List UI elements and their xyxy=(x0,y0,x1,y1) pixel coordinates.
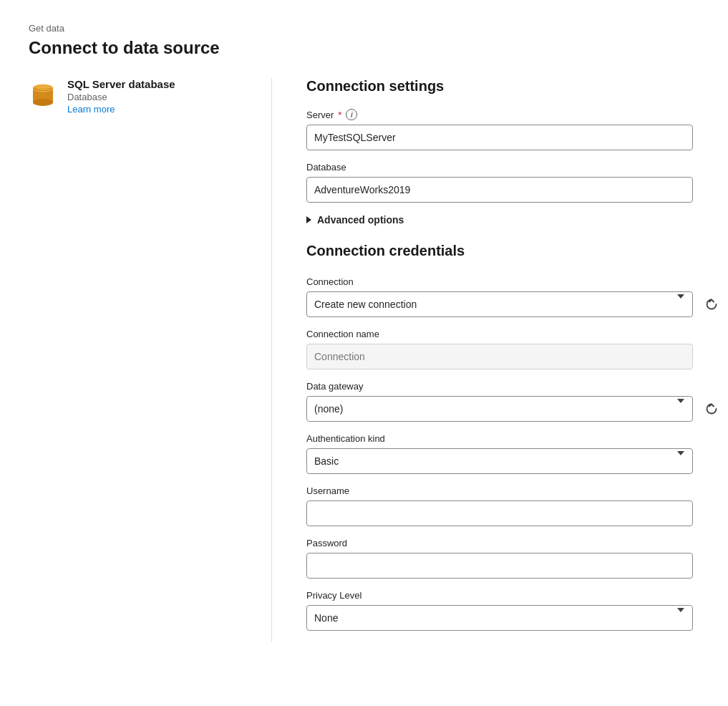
database-input[interactable] xyxy=(306,177,693,203)
data-gateway-select[interactable]: (none) xyxy=(306,396,693,422)
advanced-options-label: Advanced options xyxy=(317,214,404,226)
svg-point-4 xyxy=(36,86,50,90)
server-label: Server xyxy=(306,110,334,120)
privacy-level-group: Privacy Level None Private Organizationa… xyxy=(306,590,723,631)
data-gateway-label: Data gateway xyxy=(306,381,364,392)
server-required-star: * xyxy=(338,110,341,120)
connection-select-row: Create new connection xyxy=(306,291,723,317)
username-group: Username xyxy=(306,485,723,526)
data-gateway-label-group: Data gateway xyxy=(306,381,723,392)
privacy-level-select-wrapper: None Private Organizational Public xyxy=(306,605,693,631)
auth-kind-select-wrapper: Basic Windows OAuth2 xyxy=(306,448,693,474)
connection-select[interactable]: Create new connection xyxy=(306,291,693,317)
chevron-right-icon xyxy=(306,216,311,223)
connection-refresh-button[interactable] xyxy=(700,293,723,316)
content-area: SQL Server database Database Learn more … xyxy=(29,78,699,642)
right-panel: Connection settings Server * i Database xyxy=(272,78,723,642)
database-group: Database xyxy=(306,162,723,203)
privacy-level-label-group: Privacy Level xyxy=(306,590,723,601)
breadcrumb: Get data xyxy=(29,23,699,34)
password-label: Password xyxy=(306,538,347,548)
password-group: Password xyxy=(306,538,723,579)
privacy-level-label: Privacy Level xyxy=(306,590,361,601)
server-info-icon[interactable]: i xyxy=(346,109,357,120)
privacy-level-select[interactable]: None Private Organizational Public xyxy=(306,605,693,631)
connection-label-group: Connection xyxy=(306,276,723,287)
connection-name-label-group: Connection name xyxy=(306,329,723,339)
auth-kind-group: Authentication kind Basic Windows OAuth2 xyxy=(306,433,723,474)
connection-name-group: Connection name xyxy=(306,329,723,369)
auth-kind-label: Authentication kind xyxy=(306,433,385,444)
svg-point-2 xyxy=(33,99,53,106)
password-input[interactable] xyxy=(306,553,693,579)
data-gateway-select-wrapper: (none) xyxy=(306,396,693,422)
server-input[interactable] xyxy=(306,125,693,150)
connection-name-label: Connection name xyxy=(306,329,379,339)
data-gateway-refresh-button[interactable] xyxy=(700,397,723,420)
learn-more-link[interactable]: Learn more xyxy=(67,104,175,115)
connector-info: SQL Server database Database Learn more xyxy=(67,78,175,115)
connection-group: Connection Create new connection xyxy=(306,276,723,317)
password-label-group: Password xyxy=(306,538,723,548)
server-label-group: Server * i xyxy=(306,109,723,120)
data-gateway-group: Data gateway (none) xyxy=(306,381,723,422)
refresh-icon xyxy=(705,402,718,415)
sql-server-icon xyxy=(29,81,57,110)
page-title: Connect to data source xyxy=(29,38,699,58)
section-divider: Connection credentials xyxy=(306,243,723,259)
connection-select-wrapper: Create new connection xyxy=(306,291,693,317)
connection-label: Connection xyxy=(306,276,354,287)
connector-type: Database xyxy=(67,92,175,102)
auth-kind-select[interactable]: Basic Windows OAuth2 xyxy=(306,448,693,474)
refresh-icon xyxy=(705,298,718,311)
data-gateway-select-row: (none) xyxy=(306,396,723,422)
connector-card: SQL Server database Database Learn more xyxy=(29,78,243,115)
database-label: Database xyxy=(306,162,346,173)
page-container: Get data Connect to data source xyxy=(0,0,728,706)
connection-settings-title: Connection settings xyxy=(306,78,723,95)
username-label-group: Username xyxy=(306,485,723,496)
username-label: Username xyxy=(306,485,349,496)
connector-name: SQL Server database xyxy=(67,78,175,90)
connection-name-input[interactable] xyxy=(306,344,693,369)
left-panel: SQL Server database Database Learn more xyxy=(29,78,272,642)
auth-kind-label-group: Authentication kind xyxy=(306,433,723,444)
connection-credentials-title: Connection credentials xyxy=(306,243,723,259)
server-group: Server * i xyxy=(306,109,723,150)
username-input[interactable] xyxy=(306,501,693,526)
database-label-group: Database xyxy=(306,162,723,173)
advanced-options-toggle[interactable]: Advanced options xyxy=(306,214,723,226)
